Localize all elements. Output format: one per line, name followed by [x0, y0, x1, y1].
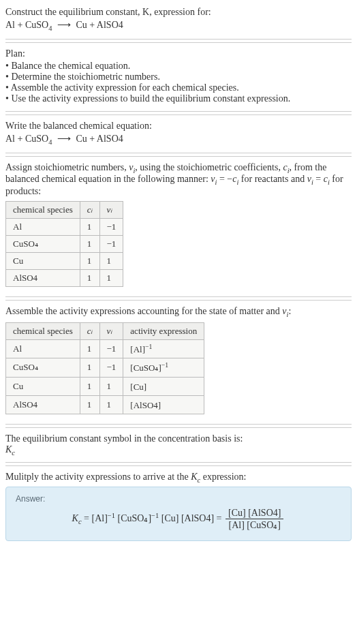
- cell-vi: 1: [99, 270, 123, 287]
- table-row: CuSO₄ 1 −1 [CuSO₄]−1: [6, 358, 204, 377]
- cell-species: Al: [6, 339, 80, 358]
- cell-ci: 1: [80, 395, 99, 414]
- denominator: [Al] [CuSO₄]: [226, 519, 283, 531]
- multiply-section: Mulitply the activity expressions to arr…: [5, 465, 352, 547]
- cell-species: CuSO₄: [6, 236, 80, 253]
- cell-species: Cu: [6, 253, 80, 270]
- balanced-equation: Al + CuSO4 ⟶ Cu + AlSO4: [5, 133, 352, 146]
- cell-vi: 1: [99, 377, 123, 395]
- base: [Al]: [130, 344, 145, 354]
- text: = −: [217, 174, 232, 184]
- cell-ci: 1: [80, 270, 99, 287]
- col-vi: νᵢ: [99, 322, 123, 339]
- cell-ci: 1: [80, 377, 99, 395]
- stoich-section: Assign stoichiometric numbers, νi, using…: [5, 156, 352, 298]
- exp: −1: [108, 511, 115, 519]
- kc-sub: c: [12, 449, 15, 457]
- col-species: chemical species: [6, 322, 80, 339]
- exp: −1: [161, 361, 168, 369]
- kc-symbol: Kc: [5, 444, 352, 457]
- fraction: [Cu] [AlSO4][Al] [CuSO₄]: [226, 508, 283, 531]
- cell-activity: [Cu]: [123, 377, 204, 395]
- unbalanced-equation: Al + CuSO4 ⟶ Cu + AlSO4: [5, 19, 352, 32]
- cell-ci: 1: [80, 339, 99, 358]
- base: [Cu]: [130, 382, 146, 392]
- cell-activity: [CuSO₄]−1: [123, 358, 204, 377]
- cell-species: AlSO4: [6, 270, 80, 287]
- eq-lhs: Al + CuSO: [5, 20, 48, 30]
- cell-ci: 1: [80, 358, 99, 377]
- numerator: [Cu] [AlSO4]: [226, 508, 283, 519]
- balanced-title: Write the balanced chemical equation:: [5, 121, 352, 132]
- cell-activity: [Al]−1: [123, 339, 204, 358]
- beq-rhs: Cu + AlSO4: [76, 134, 123, 144]
- term: [Al]: [92, 513, 108, 523]
- equals: =: [82, 513, 92, 523]
- plan-title: Plan:: [5, 48, 352, 59]
- table-row: Cu 1 1 [Cu]: [6, 377, 204, 395]
- plan-item: • Assemble the activity expression for e…: [5, 82, 352, 93]
- cell-species: AlSO4: [6, 395, 80, 414]
- plan-item: • Use the activity expressions to build …: [5, 93, 352, 104]
- exp: −1: [145, 343, 152, 350]
- table-row: Cu 1 1: [6, 253, 123, 270]
- kc-symbol-section: The equilibrium constant symbol in the c…: [5, 427, 352, 463]
- text: :: [288, 306, 291, 316]
- term: [CuSO₄]: [115, 513, 151, 523]
- col-species: chemical species: [6, 202, 80, 219]
- table-row: AlSO4 1 1 [AlSO4]: [6, 395, 204, 414]
- cell-ci: 1: [80, 253, 99, 270]
- text: Assemble the activity expressions accoun…: [5, 306, 282, 316]
- balanced-section: Write the balanced chemical equation: Al…: [5, 114, 352, 153]
- kc: K: [191, 472, 197, 482]
- plan-list: • Balance the chemical equation. • Deter…: [5, 61, 352, 104]
- base: [CuSO₄]: [130, 363, 161, 373]
- text: expression:: [200, 472, 246, 482]
- cell-vi: 1: [99, 253, 123, 270]
- header-section: Construct the equilibrium constant, K, e…: [5, 7, 352, 40]
- col-ci: cᵢ: [80, 322, 99, 339]
- answer-label: Answer:: [16, 494, 341, 504]
- stoich-table: chemical species cᵢ νᵢ Al 1 −1 CuSO₄ 1 −…: [5, 201, 123, 287]
- term: [Cu] [AlSO4] =: [159, 513, 224, 523]
- activity-section: Assemble the activity expressions accoun…: [5, 300, 352, 425]
- cell-activity: [AlSO4]: [123, 395, 204, 414]
- cell-vi: 1: [99, 395, 123, 414]
- eq-sub: 4: [48, 25, 52, 32]
- table-header-row: chemical species cᵢ νᵢ: [6, 202, 123, 219]
- table-header-row: chemical species cᵢ νᵢ activity expressi…: [6, 322, 204, 339]
- base: [AlSO4]: [130, 400, 161, 410]
- answer-box: Answer: Kc = [Al]−1 [CuSO₄]−1 [Cu] [AlSO…: [5, 487, 352, 541]
- activity-table: chemical species cᵢ νᵢ activity expressi…: [5, 322, 204, 414]
- cell-vi: −1: [99, 236, 123, 253]
- multiply-line: Mulitply the activity expressions to arr…: [5, 472, 352, 484]
- cell-ci: 1: [80, 236, 99, 253]
- exp: −1: [151, 511, 159, 519]
- beq-sub: 4: [48, 138, 52, 146]
- cell-vi: −1: [99, 358, 123, 377]
- col-vi: νᵢ: [99, 202, 123, 219]
- plan-item: • Balance the chemical equation.: [5, 61, 352, 72]
- arrow-icon: ⟶: [57, 133, 71, 144]
- cell-vi: −1: [99, 339, 123, 358]
- cell-vi: −1: [99, 219, 123, 236]
- kc-expression: Kc = [Al]−1 [CuSO₄]−1 [Cu] [AlSO4] = [Cu…: [16, 508, 341, 531]
- text: =: [313, 174, 324, 184]
- plan-item: • Determine the stoichiometric numbers.: [5, 72, 352, 82]
- cell-ci: 1: [80, 219, 99, 236]
- eq-rhs: Cu + AlSO4: [76, 20, 123, 30]
- text: Mulitply the activity expressions to arr…: [5, 472, 191, 482]
- col-ci: cᵢ: [80, 202, 99, 219]
- arrow-icon: ⟶: [57, 19, 71, 31]
- col-activity: activity expression: [123, 322, 204, 339]
- stoich-intro: Assign stoichiometric numbers, νi, using…: [5, 162, 352, 198]
- prompt-text: Construct the equilibrium constant, K, e…: [5, 7, 352, 18]
- cell-species: CuSO₄: [6, 358, 80, 377]
- cell-species: Cu: [6, 377, 80, 395]
- table-row: AlSO4 1 1: [6, 270, 123, 287]
- kc-symbol-line: The equilibrium constant symbol in the c…: [5, 433, 352, 444]
- activity-title: Assemble the activity expressions accoun…: [5, 306, 352, 318]
- kc: K: [5, 444, 12, 455]
- text: for reactants and: [238, 174, 307, 184]
- kc: K: [72, 513, 78, 523]
